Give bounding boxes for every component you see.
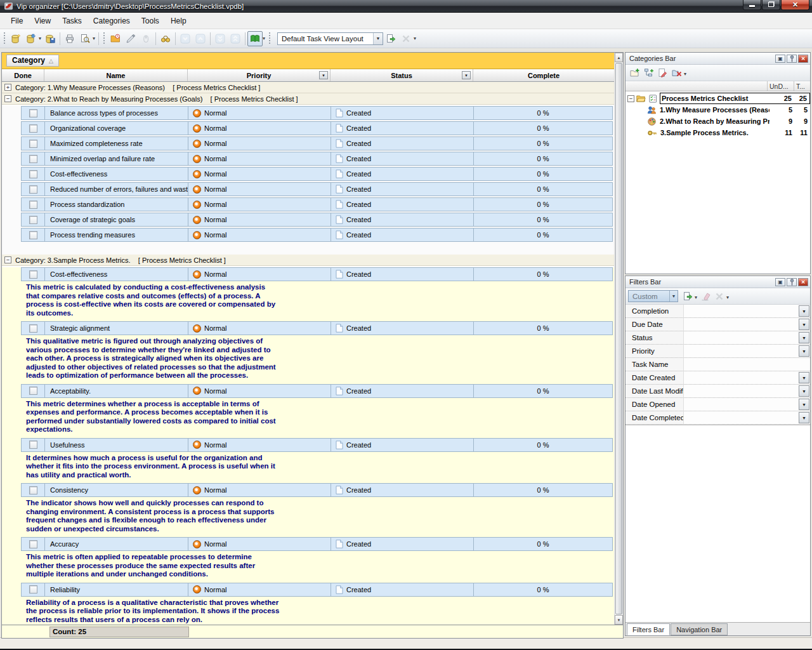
task-row[interactable]: Acceptability. Normal Created 0 % [21,384,613,398]
task-view-mode-dropdown-icon[interactable]: ▾ [263,36,265,41]
task-row[interactable]: Reduced number of errors, failures and w… [21,182,613,196]
close-button[interactable]: ✕ [781,0,809,10]
filter-dropdown-icon[interactable]: ▼ [799,385,809,397]
group-header[interactable]: +Category: 1.Why Measure Processes (Reas… [2,82,614,93]
filter-value[interactable] [684,398,798,411]
clear-filter-button[interactable] [698,289,712,303]
add-subcategory-button[interactable] [642,66,656,80]
restore-button[interactable] [762,0,780,10]
new-database-button[interactable] [8,31,23,46]
task-row[interactable]: Process standardization Normal Created 0… [21,197,613,211]
expand-icon[interactable]: + [4,84,11,91]
column-header-done[interactable]: Done [2,69,44,81]
column-filter-dropdown-icon[interactable]: ▼ [319,71,328,79]
done-checkbox[interactable] [29,185,37,194]
print-preview-button[interactable] [77,31,93,46]
menu-tasks[interactable]: Tasks [56,14,88,28]
toolbar-overflow-icon[interactable]: ▾ [684,71,686,77]
undone-column-header[interactable]: UnD... [767,81,794,91]
collapse-icon[interactable]: − [4,256,11,263]
delete-category-button[interactable] [670,66,684,80]
new-task-button[interactable] [108,31,123,46]
add-category-button[interactable] [628,66,642,80]
filter-dropdown-icon[interactable]: ▼ [799,332,809,343]
filter-value[interactable] [684,318,798,331]
scrollbar-thumb[interactable] [615,63,622,614]
done-checkbox[interactable] [29,585,37,594]
panel-pin-button[interactable] [787,55,797,63]
task-view-mode-button[interactable] [247,31,263,46]
menu-help[interactable]: Help [165,14,192,28]
panel-close-button[interactable]: ✕ [798,55,808,63]
filter-value[interactable] [684,345,798,357]
minimize-button[interactable] [743,0,761,10]
filter-dropdown-icon[interactable]: ▼ [799,372,809,383]
category-tree-item[interactable]: 3.Sample Process Metrics. 11 11 [625,127,810,138]
filter-dropdown-icon[interactable]: ▼ [799,412,809,423]
done-checkbox[interactable] [29,324,37,333]
open-database-dropdown-icon[interactable]: ▾ [39,36,41,41]
combo-dropdown-icon[interactable]: ▼ [373,33,383,44]
task-row[interactable]: Balance across types of processes Normal… [21,106,613,120]
filter-dropdown-icon[interactable]: ▼ [799,305,809,317]
filter-dropdown-icon[interactable]: ▼ [799,319,809,330]
filter-dropdown-icon[interactable]: ▼ [799,345,809,357]
done-checkbox[interactable] [29,387,37,395]
done-checkbox[interactable] [29,270,37,279]
done-checkbox[interactable] [29,124,37,133]
panel-restore-button[interactable]: ▣ [775,278,785,286]
task-row[interactable]: Consistency Normal Created 0 % [21,483,613,497]
task-row[interactable]: Coverage of strategic goals Normal Creat… [21,213,613,227]
delete-filter-button[interactable] [712,289,726,303]
filter-value[interactable] [684,305,798,317]
edit-task-button[interactable] [123,31,138,46]
filter-value[interactable] [684,411,798,424]
assign-task-button[interactable] [138,31,154,46]
filter-value[interactable] [684,371,798,384]
tab-navigation-bar[interactable]: Navigation Bar [671,623,728,635]
task-row[interactable]: Maximized completeness rate Normal Creat… [21,136,613,150]
task-row[interactable]: Process trending measures Normal Created… [21,228,613,242]
category-tree-item[interactable]: 2.What to Reach by Measuring Processes (… [625,116,810,127]
task-row[interactable]: Strategic alignment Normal Created 0 % [21,321,613,335]
done-checkbox[interactable] [29,540,37,548]
filter-value[interactable] [684,358,810,371]
tab-filters-bar[interactable]: Filters Bar [627,623,670,635]
panel-close-button[interactable]: ✕ [798,278,808,286]
move-to-top-button[interactable] [228,31,243,46]
column-header-complete[interactable]: Complete [473,69,614,81]
apply-filter-button[interactable] [681,289,695,303]
move-up-button[interactable] [193,31,208,46]
toolbar-overflow-icon[interactable]: ▾ [414,36,416,41]
collapse-icon[interactable]: − [627,95,634,102]
layout-combobox[interactable]: Default Task View Layout▼ [277,32,383,45]
menu-view[interactable]: View [29,14,56,28]
group-header[interactable]: −Category: 3.Sample Process Metrics. [ P… [2,255,614,266]
collapse-icon[interactable]: − [4,95,11,102]
scroll-down-button[interactable]: ▼ [615,615,623,625]
delete-layout-button[interactable] [398,31,414,46]
move-down-button[interactable] [178,31,193,46]
task-row[interactable]: Usefulness Normal Created 0 % [21,438,613,452]
done-checkbox[interactable] [29,140,37,148]
task-row[interactable]: Cost-effectiveness Normal Created 0 % [21,267,613,281]
done-checkbox[interactable] [29,216,37,224]
total-column-header[interactable]: T... [794,81,810,91]
menu-file[interactable]: File [5,14,29,28]
category-tree-item[interactable]: − Process Metrics Checklist 25 25 [625,93,810,104]
filter-preset-combobox[interactable]: Custom ▼ [628,290,678,302]
category-tree-item[interactable]: 1.Why Measure Processes (Reasons) 5 5 [625,104,810,116]
column-header-priority[interactable]: Priority▼ [188,69,331,81]
column-header-status[interactable]: Status▼ [331,69,473,81]
done-checkbox[interactable] [29,201,37,209]
scroll-up-button[interactable]: ▲ [615,53,623,62]
panel-restore-button[interactable]: ▣ [775,55,785,63]
panel-pin-button[interactable] [787,278,797,286]
combo-dropdown-icon[interactable]: ▼ [669,291,678,302]
task-row[interactable]: Accuracy Normal Created 0 % [21,537,613,551]
done-checkbox[interactable] [29,109,37,117]
apply-filter-dropdown-icon[interactable]: ▾ [695,295,697,300]
column-header-name[interactable]: Name [44,69,188,81]
column-filter-dropdown-icon[interactable]: ▼ [462,71,471,79]
save-database-button[interactable] [43,31,58,46]
